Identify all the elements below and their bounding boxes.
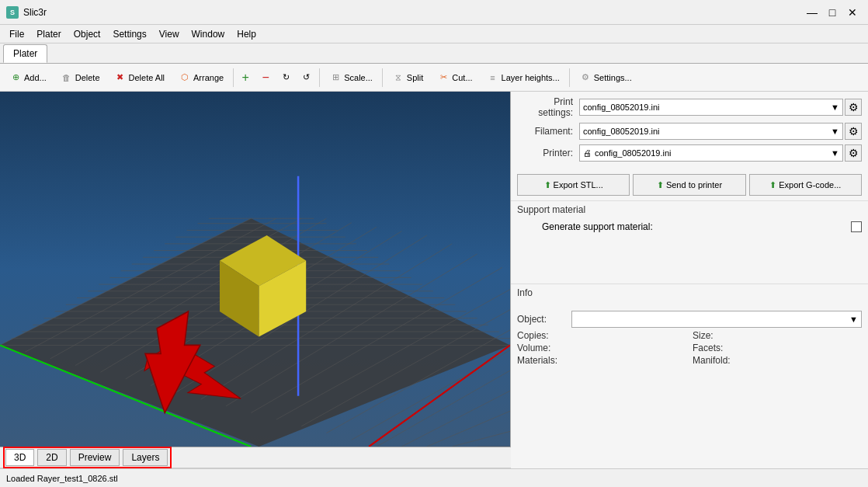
menu-object[interactable]: Object <box>68 27 107 41</box>
volume-item: Volume: <box>517 343 686 353</box>
delete-icon: 🗑 <box>61 71 73 84</box>
layer-heights-icon: ≡ <box>487 71 499 84</box>
delete-button[interactable]: 🗑 Delete <box>54 67 106 89</box>
arrange-icon: ⬡ <box>179 71 191 84</box>
printer-label: Printer: <box>517 148 579 158</box>
left-section: 3D 2D Preview Layers <box>0 92 511 468</box>
print-settings-label: Print settings: <box>517 96 579 118</box>
rotate-ccw-icon: ↺ <box>300 71 312 84</box>
object-select[interactable]: ▼ <box>571 311 862 328</box>
printer-row: Printer: 🖨 config_08052019.ini ▼ ⚙ <box>517 144 862 162</box>
tab-plater[interactable]: Plater <box>3 44 47 63</box>
menu-file[interactable]: File <box>3 27 30 41</box>
size-item: Size: <box>693 330 862 341</box>
zoom-out-button[interactable]: − <box>257 67 276 89</box>
minus-icon: − <box>259 71 272 84</box>
send-to-printer-button[interactable]: ⬆ Send to printer <box>633 174 745 196</box>
manifold-label: Manifold: <box>693 355 731 366</box>
menu-help[interactable]: Help <box>231 27 262 41</box>
status-bar: Loaded Rayer_test1_0826.stl <box>0 468 868 487</box>
filament-select[interactable]: config_08052019.ini ▼ <box>579 123 843 140</box>
dropdown-arrow-icon: ▼ <box>831 103 839 112</box>
materials-item: Materials: <box>517 355 686 366</box>
settings-icon: ⚙ <box>579 71 592 84</box>
printer-dropdown-arrow-icon: ▼ <box>831 148 839 158</box>
rotate-cw-icon: ↻ <box>279 71 292 84</box>
app-icon: S <box>6 6 19 19</box>
close-button[interactable]: ✕ <box>843 5 862 20</box>
view-tab-layers[interactable]: Layers <box>123 449 168 466</box>
split-button[interactable]: ⧖ Split <box>386 67 429 89</box>
filament-gear-button[interactable]: ⚙ <box>845 123 862 140</box>
right-panel: Print settings: config_08052019.ini ▼ ⚙ … <box>511 92 868 468</box>
separator-4 <box>569 68 570 87</box>
object-dropdown-arrow-icon: ▼ <box>849 315 858 324</box>
printer-icon: 🖨 <box>583 148 592 158</box>
filament-dropdown-arrow-icon: ▼ <box>831 127 839 136</box>
arrange-button[interactable]: ⬡ Arrange <box>172 67 230 89</box>
filament-label: Filament: <box>517 126 579 137</box>
generate-support-checkbox[interactable] <box>851 221 862 232</box>
delete-all-icon: ✖ <box>114 71 127 84</box>
separator-1 <box>233 68 234 87</box>
print-settings-section: Print settings: config_08052019.ini ▼ ⚙ … <box>511 92 868 171</box>
delete-all-button[interactable]: ✖ Delete All <box>108 67 171 89</box>
printer-gear-button[interactable]: ⚙ <box>845 144 862 162</box>
viewport-3d[interactable] <box>0 92 511 447</box>
support-material-header: Support material <box>511 200 868 218</box>
viewport-canvas <box>0 92 510 447</box>
materials-label: Materials: <box>517 355 557 366</box>
view-tab-preview[interactable]: Preview <box>70 449 120 466</box>
toolbar: ⊕ Add... 🗑 Delete ✖ Delete All ⬡ Arrange… <box>0 64 868 92</box>
layer-heights-button[interactable]: ≡ Layer heights... <box>481 67 566 89</box>
add-icon: ⊕ <box>9 71 22 84</box>
manifold-item: Manifold: <box>693 355 862 366</box>
maximize-button[interactable]: □ <box>823 5 842 20</box>
app-title: Slic3r <box>23 7 803 18</box>
export-gcode-button[interactable]: ⬆ Export G-code... <box>749 174 862 196</box>
settings-button[interactable]: ⚙ Settings... <box>573 67 638 89</box>
scale-icon: ⊞ <box>329 71 342 84</box>
menu-bar: File Plater Object Settings View Window … <box>0 25 868 43</box>
menu-plater[interactable]: Plater <box>30 27 67 41</box>
facets-item: Facets: <box>693 343 862 353</box>
rotate-ccw-button[interactable]: ↺ <box>297 67 316 89</box>
add-button[interactable]: ⊕ Add... <box>3 67 53 89</box>
status-text: Loaded Rayer_test1_0826.stl <box>6 474 118 483</box>
facets-label: Facets: <box>693 343 723 353</box>
menu-settings[interactable]: Settings <box>106 27 152 41</box>
info-header: Info <box>511 284 868 301</box>
spacer <box>511 235 868 282</box>
zoom-in-button[interactable]: + <box>237 67 255 89</box>
send-printer-icon: ⬆ <box>657 180 664 190</box>
split-icon: ⧖ <box>392 71 404 84</box>
filament-row: Filament: config_08052019.ini ▼ ⚙ <box>517 123 862 140</box>
plus-icon: + <box>239 71 252 84</box>
action-buttons-row: ⬆ Export STL... ⬆ Send to printer ⬆ Expo… <box>511 171 868 199</box>
info-section: Object: ▼ Copies: Size: Volume: <box>511 308 868 369</box>
menu-view[interactable]: View <box>153 27 186 41</box>
tab-bar: Plater <box>0 43 868 64</box>
print-settings-select[interactable]: config_08052019.ini ▼ <box>579 99 843 116</box>
generate-support-label: Generate support material: <box>542 221 851 232</box>
menu-window[interactable]: Window <box>186 27 231 41</box>
export-stl-button[interactable]: ⬆ Export STL... <box>517 174 630 196</box>
printer-select[interactable]: 🖨 config_08052019.ini ▼ <box>579 144 843 162</box>
window-controls: — □ ✕ <box>803 5 862 20</box>
object-label: Object: <box>517 314 571 325</box>
support-material-row: Generate support material: <box>511 218 868 235</box>
scale-button[interactable]: ⊞ Scale... <box>323 67 379 89</box>
app-icon-label: S <box>10 9 15 16</box>
copies-label: Copies: <box>517 330 549 341</box>
export-stl-icon: ⬆ <box>544 180 551 190</box>
minimize-button[interactable]: — <box>803 5 821 20</box>
rotate-cw-button[interactable]: ↻ <box>277 67 296 89</box>
separator-2 <box>319 68 320 87</box>
print-settings-gear-button[interactable]: ⚙ <box>845 99 862 116</box>
view-tab-2d[interactable]: 2D <box>37 449 66 466</box>
cut-button[interactable]: ✂ Cut... <box>431 67 478 89</box>
view-tab-3d[interactable]: 3D <box>5 449 34 466</box>
print-settings-row: Print settings: config_08052019.ini ▼ ⚙ <box>517 96 862 118</box>
view-tabs-bar: 3D 2D Preview Layers <box>0 447 511 468</box>
cut-icon: ✂ <box>437 71 450 84</box>
